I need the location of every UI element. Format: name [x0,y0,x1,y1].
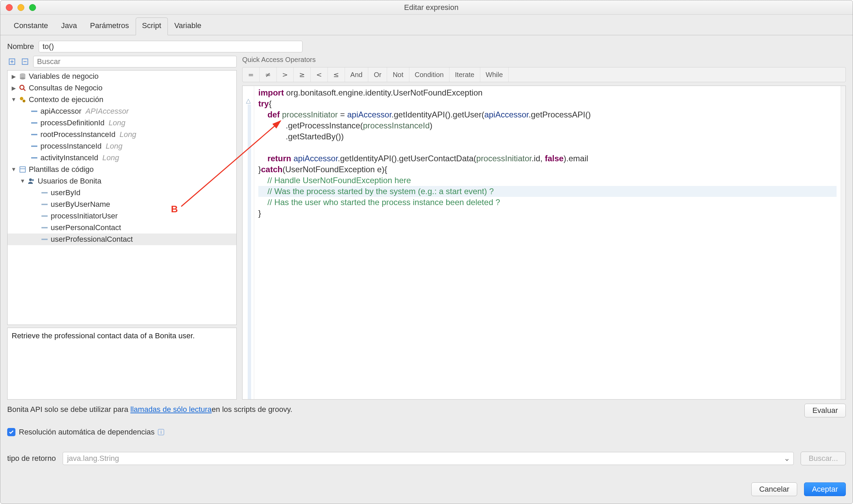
collapse-all-icon[interactable] [20,57,30,66]
tree-node-ctx-item[interactable]: rootProcessInstanceIdLong [8,129,236,140]
tree-node-ctx-item[interactable]: processDefinitionIdLong [8,117,236,129]
code-editor[interactable]: △ import org.bonitasoft.engine.identity.… [242,86,846,400]
tree-node-business-vars[interactable]: ▶ Variables de negocio [8,71,236,82]
tab-script[interactable]: Script [136,17,168,35]
window-controls [6,4,36,11]
tree-node-user-item[interactable]: userById [8,187,236,199]
return-type-value: java.lang.String [67,454,119,463]
tree-node-exec-context[interactable]: ▼ Contexto de ejecución [8,94,236,105]
arrow-down-icon[interactable]: ▼ [11,166,16,173]
tree-node-user-item-selected[interactable]: userProfessionalContact [8,234,236,245]
expression-tree[interactable]: ▶ Variables de negocio ▶ Consultas de Ne… [7,70,237,325]
snippet-icon [40,235,49,243]
svg-point-11 [23,100,25,102]
cancel-button[interactable]: Cancelar [751,482,797,496]
snippet-icon [40,224,49,232]
minimize-window-button[interactable] [17,4,24,11]
svg-line-9 [23,89,25,91]
fold-bar [248,104,251,399]
op-and[interactable]: And [345,67,369,82]
snippet-icon [40,189,49,197]
expand-all-icon[interactable] [7,57,17,66]
svg-point-7 [20,77,25,79]
op-while[interactable]: While [480,67,509,82]
tree-node-user-item[interactable]: processInitiatorUser [8,210,236,222]
tree-node-ctx-item[interactable]: apiAccessorAPIAccessor [8,105,236,117]
variable-icon [30,130,38,139]
svg-rect-17 [20,167,25,172]
accept-button[interactable]: Aceptar [804,482,846,496]
op-ge[interactable]: ≥ [294,67,311,82]
dependency-checkbox-row: Resolución automática de dependencias i [7,428,846,437]
tree-label: Consultas de Negocio [29,84,102,92]
tree-label: userProfessionalContact [51,235,133,244]
type-hint: APIAccessor [86,107,129,116]
variable-icon [30,154,38,162]
tree-toolbar [7,56,237,67]
svg-point-20 [32,179,34,181]
tab-parametros[interactable]: Parámetros [84,17,136,35]
titlebar: Editar expresion [0,0,853,15]
operator-toolbar: = ≠ > ≥ < ≤ And Or Not Condition Iterate… [242,67,846,82]
close-window-button[interactable] [6,4,13,11]
variable-icon [30,107,38,115]
type-hint: Long [106,142,123,151]
svg-point-10 [20,97,23,100]
tree-label: activityInstanceId [40,153,98,162]
svg-rect-16 [31,157,37,159]
tree-label: Plantillas de código [29,165,94,174]
name-label: Nombre [7,42,34,51]
tab-java[interactable]: Java [54,17,83,35]
tab-variable[interactable]: Variable [168,17,208,35]
chevron-down-icon[interactable]: ⌄ [784,454,790,463]
tree-label: userByUserName [51,200,110,209]
op-eq[interactable]: = [243,67,260,82]
description-panel: Retrieve the professional contact data o… [7,328,237,400]
tree-node-user-item[interactable]: userByUserName [8,199,236,210]
op-condition[interactable]: Condition [409,67,450,82]
op-le[interactable]: ≤ [328,67,345,82]
variable-icon [30,142,38,150]
template-icon [18,165,27,174]
op-gt[interactable]: > [277,67,294,82]
tree-node-code-templates[interactable]: ▼ Plantillas de código [8,164,236,175]
svg-rect-13 [31,122,37,124]
tree-label: processInstanceId [40,142,102,151]
tree-node-business-queries[interactable]: ▶ Consultas de Negocio [8,82,236,94]
variable-icon [30,119,38,127]
zoom-window-button[interactable] [29,4,36,11]
main-split: ▶ Variables de negocio ▶ Consultas de Ne… [7,56,846,400]
op-iterate[interactable]: Iterate [449,67,480,82]
op-ne[interactable]: ≠ [260,67,277,82]
tree-label: userById [51,188,81,197]
arrow-down-icon[interactable]: ▼ [20,178,25,184]
code-text[interactable]: import org.bonitasoft.engine.identity.Us… [254,86,841,399]
tree-node-ctx-item[interactable]: processInstanceIdLong [8,140,236,152]
evaluate-button[interactable]: Evaluar [804,404,846,417]
snippet-icon [40,200,49,209]
type-hint: Long [109,118,125,127]
name-input[interactable] [39,41,302,52]
fold-icon[interactable]: △ [246,97,251,104]
info-icon[interactable]: i [158,429,164,435]
tree-label: Variables de negocio [29,72,99,81]
editor-scrollbar[interactable] [841,86,845,399]
tab-constante[interactable]: Constante [7,17,54,35]
op-not[interactable]: Not [387,67,409,82]
return-type-combo[interactable]: java.lang.String ⌄ [63,452,794,465]
tree-node-ctx-item[interactable]: activityInstanceIdLong [8,152,236,164]
arrow-right-icon[interactable]: ▶ [11,73,16,80]
tree-search-input[interactable] [33,56,237,67]
svg-rect-25 [41,239,48,240]
tree-label: userPersonalContact [51,223,121,232]
tree-node-user-item[interactable]: userPersonalContact [8,222,236,234]
arrow-down-icon[interactable]: ▼ [11,97,16,103]
arrow-right-icon[interactable]: ▶ [11,85,16,91]
op-or[interactable]: Or [368,67,387,82]
dependency-checkbox[interactable] [7,428,15,436]
browse-button[interactable]: Buscar... [801,452,846,465]
op-lt[interactable]: < [311,67,328,82]
tree-node-bonita-users[interactable]: ▼ Usuarios de Bonita [8,175,236,187]
gears-icon [18,96,27,104]
annotation-label-b: B [171,204,178,215]
